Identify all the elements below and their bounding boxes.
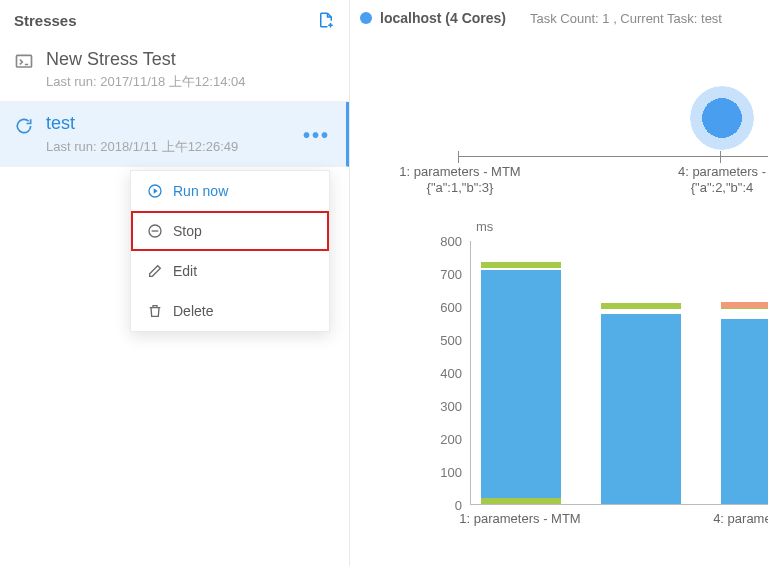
task-count-label: Task Count: 1 , Current Task: test — [530, 11, 722, 26]
stress-item-subtitle: Last run: 2018/1/11 上午12:26:49 — [46, 138, 332, 156]
stress-item-title: New Stress Test — [46, 48, 335, 71]
x-axis-label: 1: parameters - MTM — [420, 511, 620, 527]
menu-item-label: Edit — [173, 263, 197, 279]
actions-popover: Run now Stop Edit Delete — [130, 170, 330, 332]
stress-item-subtitle: Last run: 2017/11/18 上午12:14:04 — [46, 73, 335, 91]
stress-item-title: test — [46, 112, 332, 135]
main-panel: localhost (4 Cores) Task Count: 1 , Curr… — [350, 0, 768, 566]
svg-rect-0 — [17, 55, 32, 67]
refresh-icon — [14, 116, 34, 136]
sidebar: Stresses New Stress Test Last run: 2017/… — [0, 0, 350, 566]
chart-plot-area: 0100200300400500600700800 — [420, 241, 768, 541]
stress-item-body: test Last run: 2018/1/11 上午12:26:49 — [46, 112, 332, 155]
stop-menu-item[interactable]: Stop — [131, 211, 329, 251]
bars-area — [470, 241, 768, 505]
bar-cap — [481, 262, 561, 268]
stress-item-new-stress-test[interactable]: New Stress Test Last run: 2017/11/18 上午1… — [0, 38, 349, 102]
delete-menu-item[interactable]: Delete — [131, 291, 329, 331]
y-tick-label: 800 — [440, 234, 462, 249]
edit-menu-item[interactable]: Edit — [131, 251, 329, 291]
stress-item-test[interactable]: test Last run: 2018/1/11 上午12:26:49 ••• — [0, 102, 349, 166]
y-tick-label: 300 — [440, 399, 462, 414]
y-tick-label: 100 — [440, 465, 462, 480]
y-tick-label: 500 — [440, 333, 462, 348]
menu-item-label: Stop — [173, 223, 202, 239]
y-tick-label: 600 — [440, 300, 462, 315]
y-tick-label: 200 — [440, 432, 462, 447]
terminal-icon — [14, 52, 34, 72]
status-dot-icon — [360, 12, 372, 24]
bar — [601, 314, 681, 504]
more-actions-button[interactable]: ••• — [303, 124, 330, 147]
x-axis-label: 4: parameter — [650, 511, 768, 527]
status-chart: 1: parameters - MTM {"a":1,"b":3} 4: par… — [360, 36, 768, 201]
active-task-marker-icon — [690, 86, 754, 150]
trash-icon — [147, 303, 163, 319]
sidebar-title: Stresses — [14, 12, 77, 29]
run-now-menu-item[interactable]: Run now — [131, 171, 329, 211]
bar-cap — [721, 302, 768, 308]
pencil-icon — [147, 263, 163, 279]
host-label: localhost (4 Cores) — [380, 10, 506, 26]
menu-item-label: Run now — [173, 183, 228, 199]
bar-base — [481, 498, 561, 504]
main-header: localhost (4 Cores) Task Count: 1 , Curr… — [360, 10, 768, 26]
stress-item-body: New Stress Test Last run: 2017/11/18 上午1… — [46, 48, 335, 91]
y-tick-label: 700 — [440, 267, 462, 282]
stop-circle-icon — [147, 223, 163, 239]
y-tick-label: 400 — [440, 366, 462, 381]
new-file-icon[interactable] — [317, 10, 335, 30]
play-circle-icon — [147, 183, 163, 199]
bar — [481, 270, 561, 504]
menu-item-label: Delete — [173, 303, 213, 319]
bar-cap — [601, 303, 681, 309]
bar-chart: ms 0100200300400500600700800 1: paramete… — [360, 231, 768, 541]
y-axis-unit: ms — [476, 219, 493, 234]
axis-label: 4: parameters - {"a":2,"b":4 — [622, 164, 768, 195]
chart-axis — [458, 156, 768, 157]
sidebar-header: Stresses — [0, 0, 349, 38]
y-axis: 0100200300400500600700800 — [420, 241, 466, 505]
axis-label: 1: parameters - MTM {"a":1,"b":3} — [360, 164, 560, 195]
bar — [721, 319, 768, 504]
